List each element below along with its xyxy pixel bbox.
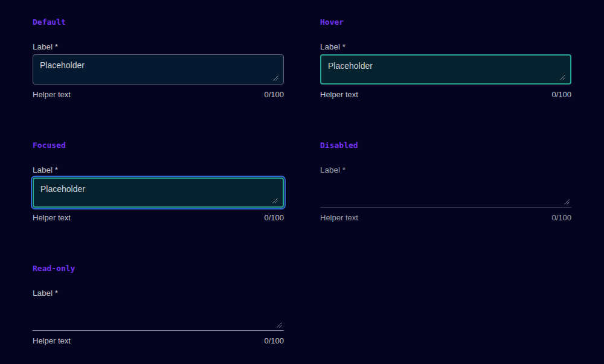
section-default: Default Label * Placeholder Helper text … — [33, 18, 284, 99]
helper-text: Helper text — [33, 336, 71, 345]
placeholder-text: Placeholder — [328, 60, 373, 71]
char-counter: 0/100 — [551, 213, 571, 222]
char-counter: 0/100 — [264, 336, 284, 345]
section-hover: Hover Label * Placeholder Helper text 0/… — [320, 18, 571, 99]
textarea-focused[interactable]: Placeholder — [33, 177, 284, 208]
resize-handle-icon[interactable] — [560, 75, 565, 80]
section-focused: Focused Label * Placeholder Helper text … — [33, 141, 284, 222]
textarea-hover[interactable]: Placeholder — [320, 54, 571, 85]
field-label: Label * — [320, 43, 571, 51]
helper-text: Helper text — [33, 213, 71, 222]
section-readonly: Read-only Label * Helper text 0/100 — [33, 264, 284, 345]
state-title-readonly: Read-only — [33, 264, 284, 273]
textarea-readonly[interactable] — [33, 301, 284, 331]
char-counter: 0/100 — [264, 90, 284, 99]
field-meta: Helper text 0/100 — [320, 90, 571, 99]
helper-text: Helper text — [33, 90, 71, 99]
state-title-disabled: Disabled — [320, 141, 571, 150]
resize-handle-icon — [564, 199, 570, 205]
resize-handle-icon[interactable] — [272, 198, 278, 203]
state-title-default: Default — [33, 18, 284, 27]
field-label: Label * — [33, 289, 284, 298]
field-meta: Helper text 0/100 — [320, 213, 571, 222]
resize-handle-icon[interactable] — [277, 322, 282, 328]
textarea-states-page: Default Label * Placeholder Helper text … — [0, 0, 604, 345]
field-meta: Helper text 0/100 — [33, 90, 284, 99]
section-disabled: Disabled Label * Helper text 0/100 — [320, 141, 571, 222]
field-label: Label * — [33, 43, 284, 51]
textarea-default[interactable]: Placeholder — [33, 54, 284, 85]
field-label: Label * — [320, 166, 571, 174]
helper-text: Helper text — [320, 213, 358, 222]
field-meta: Helper text 0/100 — [33, 336, 284, 345]
state-title-focused: Focused — [33, 141, 284, 150]
resize-handle-icon[interactable] — [273, 75, 278, 81]
char-counter: 0/100 — [551, 90, 571, 99]
field-label: Label * — [33, 166, 284, 174]
placeholder-text: Placeholder — [40, 60, 85, 71]
helper-text: Helper text — [320, 90, 358, 99]
placeholder-text: Placeholder — [40, 184, 85, 194]
char-counter: 0/100 — [264, 213, 284, 222]
state-title-hover: Hover — [320, 18, 571, 27]
field-meta: Helper text 0/100 — [33, 213, 284, 222]
textarea-disabled — [320, 177, 571, 208]
